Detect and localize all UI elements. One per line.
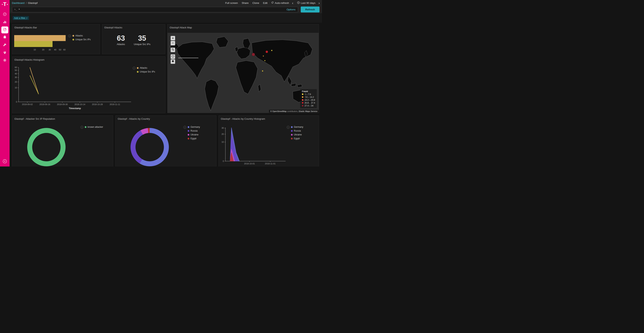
svg-text:2018-09-30: 2018-09-30 — [57, 103, 68, 106]
sidebar-item-visualize[interactable] — [1, 19, 8, 26]
bar-chart-icon — [3, 20, 7, 25]
legend-swatch — [291, 126, 293, 128]
legend-swatch — [72, 35, 74, 37]
legend-item[interactable]: Egypt — [188, 137, 200, 140]
svg-text:2018-10-01: 2018-10-01 — [244, 162, 255, 165]
legend-label: Russia — [190, 130, 198, 132]
auto-refresh-button[interactable]: Auto-refresh — [271, 1, 289, 5]
map-legend-row: 7.6 – 14.2 — [302, 96, 315, 98]
legend-item[interactable]: Unique Src IPs — [137, 70, 155, 73]
openstreetmap-link[interactable]: © OpenStreetMap — [270, 110, 286, 112]
sidebar-item-dashboard[interactable] — [1, 27, 8, 33]
sidebar-item-timelion[interactable] — [1, 34, 8, 41]
svg-text:2018-10-14: 2018-10-14 — [74, 103, 85, 106]
metric-label: Attacks — [117, 43, 125, 46]
panel-title: Glastopf Attacks — [102, 24, 165, 29]
legend-item[interactable]: Russia — [291, 130, 303, 132]
time-back-arrow[interactable]: ‹ — [292, 1, 293, 5]
attacks-bar-chart[interactable]: 102030405060 — [13, 34, 70, 53]
clone-button[interactable]: Clone — [252, 2, 259, 5]
legend-item[interactable]: Ukraine — [188, 133, 200, 136]
legend-toggle-icon[interactable]: › — [184, 126, 186, 129]
country-donut[interactable] — [130, 128, 169, 166]
sidebar-item-dev-tools[interactable] — [1, 42, 8, 49]
elastic-maps-service-link[interactable]: Elastic Maps Service — [299, 110, 318, 112]
add-filter-link[interactable]: Add a filter + — [13, 16, 29, 20]
sidebar-item-management[interactable] — [1, 57, 8, 64]
wrench-icon — [3, 43, 7, 48]
svg-text:30: 30 — [222, 127, 224, 129]
attack-marker[interactable] — [263, 56, 264, 57]
zoom-in-button[interactable]: + — [170, 36, 175, 41]
refresh-cycle-icon — [271, 1, 274, 5]
svg-text:10: 10 — [15, 87, 17, 89]
attacks-histogram-chart[interactable]: 01020304050602018-09-022018-09-162018-09… — [12, 64, 139, 112]
heartbeat-icon — [3, 51, 7, 55]
svg-text:40: 40 — [54, 49, 56, 51]
svg-text:20: 20 — [42, 49, 44, 51]
logo-dot-left — [2, 4, 3, 5]
donut-hole — [32, 133, 60, 161]
sidebar-item-monitoring[interactable] — [1, 50, 8, 56]
legend-swatch — [137, 67, 138, 69]
metric-attacks: 63 Attacks — [117, 34, 125, 46]
fit-bounds-button[interactable] — [170, 48, 175, 52]
edit-button[interactable]: Edit — [263, 2, 268, 5]
panel-attacks-by-country: Glastopf - Attacks by Country › GermanyR… — [116, 116, 216, 167]
panel-attacks-metric: Glastopf Attacks 63 Attacks 35 Unique Sr… — [102, 24, 165, 54]
legend-label: Attacks — [75, 34, 83, 37]
full-screen-button[interactable]: Full screen — [225, 2, 238, 5]
panel-title: Glastopf - Attacks by Country — [116, 116, 216, 120]
svg-text:2018-11-01: 2018-11-01 — [265, 162, 276, 165]
legend-item[interactable]: Russia — [188, 130, 200, 132]
legend-label: Germany — [294, 126, 303, 128]
telekom-logo[interactable]: T — [2, 2, 8, 7]
legend-item[interactable]: Ukraine — [291, 133, 303, 136]
sidebar-item-discover[interactable] — [1, 11, 8, 18]
svg-text:Timestamp: Timestamp — [249, 166, 262, 167]
country-histogram-chart[interactable]: 01020302018-10-012018-11-01Timestamp — [219, 123, 318, 167]
reputation-donut[interactable] — [27, 128, 66, 166]
query-options-link[interactable]: Options — [286, 8, 296, 11]
refresh-button[interactable]: Refresh — [301, 7, 320, 13]
attack-marker[interactable] — [262, 70, 263, 72]
time-range-picker[interactable]: Last 90 days — [297, 1, 316, 5]
legend-item[interactable]: known attacker — [85, 126, 103, 128]
legend-swatch — [188, 126, 189, 128]
world-map[interactable]: + − Count 1 – 7.67.6 – 14.214.2 – 20.820… — [168, 33, 319, 113]
legend-item[interactable]: Attacks — [137, 67, 155, 69]
logo-letter: T — [3, 2, 6, 7]
attack-marker[interactable] — [271, 50, 272, 51]
panel-title: Glastopf - Attacker Src IP Reputation — [12, 116, 113, 120]
polygon-select-button[interactable] — [170, 54, 175, 59]
legend-label: Ukraine — [294, 133, 302, 136]
map-legend-row: 14.2 – 20.8 — [302, 99, 315, 101]
collapse-sidebar-button[interactable] — [3, 159, 7, 164]
legend-item[interactable]: Germany — [188, 126, 200, 128]
legend-swatch — [291, 130, 293, 132]
legend-item[interactable]: Egypt — [291, 137, 303, 140]
attack-marker[interactable] — [252, 53, 255, 56]
rectangle-select-button[interactable] — [170, 59, 175, 64]
polygon-icon — [172, 55, 174, 59]
map-legend-row: 27.4 – 34 — [302, 105, 315, 107]
share-button[interactable]: Share — [242, 2, 248, 5]
legend-item[interactable]: Germany — [291, 126, 303, 128]
search-input[interactable] — [18, 8, 285, 11]
svg-text:60: 60 — [63, 49, 66, 51]
time-forward-arrow[interactable]: › — [318, 1, 320, 5]
attack-marker[interactable] — [266, 51, 268, 53]
zoom-out-button[interactable]: − — [170, 41, 175, 46]
chart-legend: › known attacker — [80, 126, 103, 129]
query-input-wrap: >_ Options — [12, 7, 298, 12]
metric-value: 35 — [134, 34, 150, 42]
legend-item[interactable]: Unique Src IPs — [72, 38, 91, 41]
legend-item[interactable]: Attacks — [72, 34, 91, 37]
attack-marker[interactable] — [264, 60, 266, 61]
breadcrumb-dashboard[interactable]: Dashboard — [12, 2, 24, 5]
map-controls: + − — [170, 36, 175, 64]
legend-toggle-icon[interactable]: › — [80, 126, 84, 129]
legend-toggle-icon[interactable]: › — [287, 126, 290, 129]
legend-toggle-icon[interactable]: › — [133, 67, 136, 70]
legend-toggle-icon[interactable]: › — [68, 35, 71, 38]
